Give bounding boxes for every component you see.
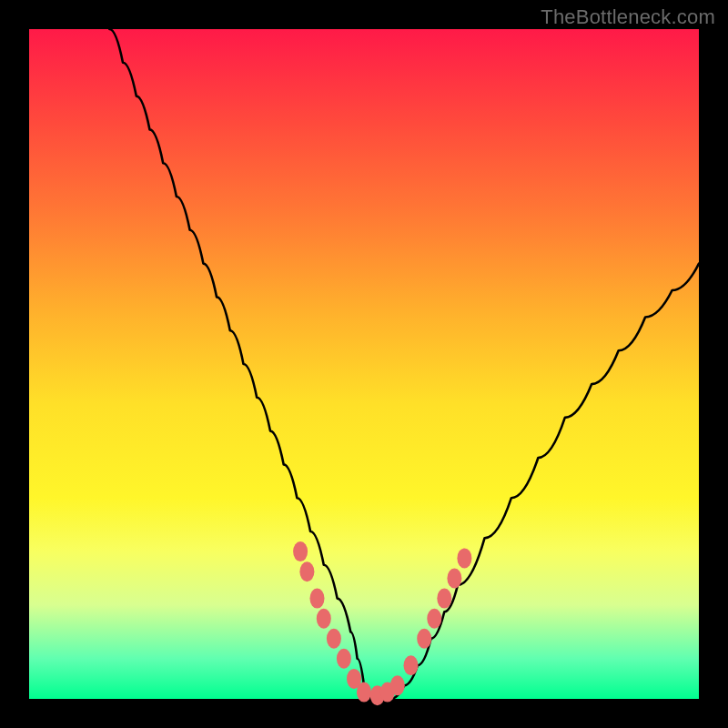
- plot-area: [29, 29, 699, 699]
- data-point: [390, 675, 405, 695]
- data-point: [327, 629, 341, 649]
- data-point: [317, 609, 331, 629]
- data-point: [427, 609, 441, 629]
- data-point: [404, 655, 419, 675]
- curve-line: [109, 29, 699, 699]
- data-point: [293, 541, 308, 561]
- data-point: [417, 629, 431, 649]
- watermark-label: TheBottleneck.com: [541, 5, 715, 29]
- data-point: [310, 589, 325, 609]
- data-point: [447, 569, 461, 589]
- chart-svg: [29, 29, 699, 699]
- curve-dots: [293, 541, 471, 705]
- data-point: [437, 589, 451, 609]
- chart-frame: TheBottleneck.com: [0, 0, 728, 728]
- data-point: [299, 561, 314, 581]
- data-point: [357, 682, 371, 703]
- data-point: [457, 548, 471, 568]
- data-point: [337, 649, 351, 669]
